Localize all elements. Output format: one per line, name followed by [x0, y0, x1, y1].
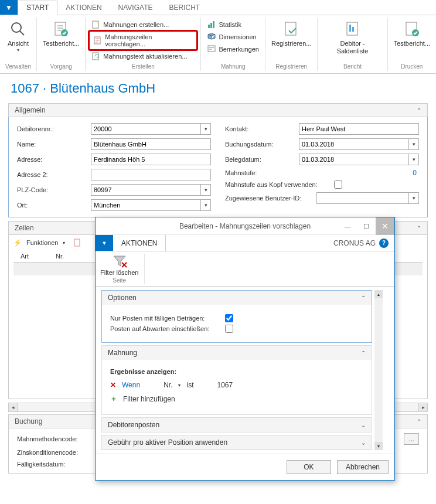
svg-rect-13: [349, 25, 351, 32]
maximize-button[interactable]: ☐: [357, 217, 376, 235]
mahnstufe-value: 0: [299, 169, 419, 177]
belegdatum-dropdown[interactable]: ▾: [408, 154, 419, 165]
dialog-titlebar[interactable]: Bearbeiten - Mahnungszeilen vorschlagen …: [96, 217, 394, 235]
optionen-header-label: Optionen: [108, 294, 137, 302]
kontakt-label: Kontakt:: [225, 125, 295, 132]
buchungsdatum-dropdown[interactable]: ▾: [408, 138, 419, 150]
ansicht-label: Ansicht: [8, 40, 29, 47]
tab-navigate[interactable]: NAVIGATE: [110, 0, 161, 15]
benutzerid-dropdown[interactable]: ▾: [408, 192, 419, 204]
scroll-up-arrow[interactable]: ▴: [374, 290, 383, 298]
file-menu[interactable]: ▼: [0, 0, 18, 15]
plz-dropdown[interactable]: ▾: [200, 184, 211, 196]
tab-aktionen[interactable]: AKTIONEN: [57, 0, 110, 15]
statistik-button[interactable]: Statistik: [205, 19, 261, 30]
col-nr-header[interactable]: Nr.: [49, 253, 84, 260]
testbericht-label: Testbericht...: [43, 40, 79, 47]
adresse2-input[interactable]: [91, 169, 211, 181]
debitorennr-input[interactable]: [91, 123, 200, 135]
buchung-header-label: Buchung: [15, 417, 42, 425]
mahnungen-erstellen-button[interactable]: Mahnungen erstellen...: [89, 19, 197, 30]
adresse-label: Adresse:: [17, 156, 87, 163]
plz-input[interactable]: [91, 184, 200, 196]
ort-dropdown[interactable]: ▾: [200, 199, 211, 211]
mahnstufe-label: Mahnstufe:: [225, 169, 295, 176]
benutzerid-label: Zugewiesene Benutzer-ID:: [225, 195, 313, 202]
chart-icon: [207, 20, 216, 29]
testbericht-button[interactable]: Testbericht...: [40, 19, 81, 49]
svg-line-1: [20, 31, 24, 35]
dimensionen-button[interactable]: Dimensionen: [205, 31, 261, 43]
svg-rect-9: [213, 21, 214, 28]
ergebnisse-label: Ergebnisse anzeigen:: [110, 368, 363, 375]
benutzerid-input[interactable]: [316, 192, 408, 204]
mahnungszeilen-vorschlagen-button[interactable]: Mahnungszeilen vorschlagen...: [91, 32, 195, 49]
filter-field-dropdown-icon[interactable]: ▾: [178, 383, 180, 388]
debitorenposten-section: Debitorenposten ⌄: [101, 417, 372, 433]
filter-loeschen-button[interactable]: Filter löschen: [100, 254, 138, 276]
tab-start[interactable]: START: [18, 1, 57, 15]
name-input[interactable]: [91, 138, 211, 150]
funktionen-menu[interactable]: Funktionen: [26, 239, 58, 246]
svg-rect-14: [352, 27, 354, 32]
debitorennr-label: Debitorennr.:: [17, 125, 87, 132]
debitorenposten-header[interactable]: Debitorenposten ⌄: [102, 418, 372, 432]
help-icon[interactable]: ?: [379, 239, 389, 248]
svg-rect-8: [210, 23, 212, 28]
adresse-input[interactable]: [91, 154, 211, 165]
adresse2-label: Adresse 2:: [17, 171, 87, 178]
dialog-tab-aktionen[interactable]: AKTIONEN: [113, 235, 166, 251]
ansicht-button[interactable]: Ansicht ▾: [4, 19, 33, 54]
ok-button[interactable]: OK: [287, 460, 331, 474]
belegdatum-input[interactable]: [299, 154, 408, 165]
bemerkungen-label: Bemerkungen: [219, 46, 259, 53]
debitorennr-dropdown[interactable]: ▾: [200, 123, 211, 135]
gebuehr-header[interactable]: Gebühr pro aktiver Position anwenden ⌄: [102, 435, 372, 449]
scroll-down-arrow[interactable]: ▾: [374, 442, 383, 450]
chevron-up-icon: ⌃: [417, 225, 421, 231]
chevron-down-icon: ⌄: [361, 440, 366, 446]
cancel-button[interactable]: Abbrechen: [337, 460, 389, 474]
remove-filter-icon[interactable]: ✕: [110, 381, 116, 389]
filter-field-select[interactable]: Nr.: [164, 381, 172, 389]
filter-hinzufuegen-link[interactable]: Filter hinzufügen: [123, 395, 175, 403]
nur-posten-checkbox[interactable]: [225, 314, 233, 322]
mahnungstext-aktualisieren-button[interactable]: Mahnungstext aktualisieren...: [89, 50, 197, 62]
dialog-file-menu[interactable]: ▼: [96, 235, 113, 251]
chevron-up-icon: ⌃: [417, 107, 421, 114]
mahnmethodencode-lookup[interactable]: ...: [404, 433, 419, 445]
doc-icon[interactable]: [73, 239, 81, 247]
optionen-header[interactable]: Optionen ⌃: [102, 291, 372, 305]
close-button[interactable]: ✕: [376, 217, 394, 235]
scroll-right-arrow[interactable]: ▸: [418, 403, 428, 412]
scroll-left-arrow[interactable]: ◂: [8, 403, 18, 412]
kontakt-input[interactable]: [299, 123, 419, 135]
group-drucken-label: Drucken: [391, 62, 432, 70]
registrieren-button[interactable]: Registrieren...: [269, 19, 314, 49]
testbericht2-button[interactable]: Testbericht...: [391, 19, 432, 49]
mahnung-acc-label: Mahnung: [108, 349, 137, 357]
tab-bericht[interactable]: BERICHT: [161, 0, 208, 15]
mahnung-acc-header[interactable]: Mahnung ⌃: [102, 346, 372, 360]
zeilen-header-label: Zeilen: [15, 224, 34, 232]
name-label: Name:: [17, 141, 87, 148]
minimize-button[interactable]: —: [338, 217, 357, 235]
debitor-saldenliste-button[interactable]: Debitor - Saldenliste: [321, 19, 383, 56]
chevron-up-icon: ⌃: [361, 350, 366, 356]
dimensionen-label: Dimensionen: [219, 33, 256, 40]
dialog-vertical-scrollbar[interactable]: ▴ ▾: [374, 290, 383, 450]
col-art-header[interactable]: Art: [13, 253, 49, 260]
buchungsdatum-input[interactable]: [299, 138, 408, 150]
plz-label: PLZ-Code:: [17, 186, 87, 193]
bemerkungen-button[interactable]: Bemerkungen: [205, 43, 261, 55]
report-check-icon: [52, 20, 70, 39]
filter-value[interactable]: 1067: [217, 381, 233, 389]
allgemein-header[interactable]: Allgemein ⌃: [8, 103, 428, 117]
add-filter-icon[interactable]: ＋: [110, 394, 117, 404]
statistik-label: Statistik: [219, 21, 241, 28]
dropdown-arrow-icon: ▾: [17, 47, 19, 53]
svg-rect-11: [285, 22, 296, 35]
posten-abwarten-checkbox[interactable]: [225, 325, 233, 333]
mahnstufe-kopf-checkbox[interactable]: [334, 181, 342, 189]
ort-input[interactable]: [91, 199, 200, 211]
